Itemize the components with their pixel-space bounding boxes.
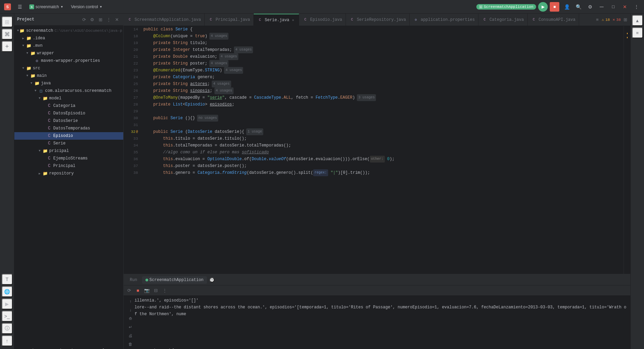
folder-icon: 📁 [30, 73, 36, 79]
panel-more-icon[interactable]: ⋮ [105, 16, 112, 23]
more-icon[interactable]: ⋮ [632, 2, 641, 12]
tab-label: SerieRepository.java [357, 17, 406, 22]
project-selector[interactable]: S screenmatch ▼ [27, 4, 66, 10]
profile-icon[interactable]: 👤 [562, 2, 572, 12]
tab-serie[interactable]: C Serie.java ✕ [254, 14, 299, 26]
tree-item-principal[interactable]: ▶ C Principal [14, 162, 123, 170]
vcs-button[interactable]: Version control ▼ [68, 4, 105, 10]
camera-icon[interactable]: 📷 [143, 287, 151, 295]
scroll-down-icon[interactable]: ↓ [126, 306, 135, 313]
filter-icon[interactable]: ⟰ [126, 315, 135, 322]
expand-editor-icon[interactable]: ⊞ [621, 16, 629, 24]
folder-icon: 📁 [42, 96, 48, 101]
bottom-tab-screenmatch[interactable]: ScreenmatchApplication [142, 276, 207, 284]
panel-sync-icon[interactable]: ⟳ [80, 16, 88, 23]
code-line-30: public Serie (){} no usages [141, 115, 624, 122]
tab-episodio[interactable]: C Episodio.java [299, 14, 346, 26]
tab-label: application.properties [421, 17, 475, 22]
tab-consumo[interactable]: C ConsumoAPI.java [528, 14, 579, 26]
folder-icon: 📁 [34, 81, 40, 86]
scroll-up-icon[interactable]: ↑ [126, 298, 135, 305]
stop-icon[interactable]: ■ [134, 287, 142, 295]
right-icon-2[interactable]: ≡ [632, 27, 643, 38]
run-button[interactable]: ▶ [538, 2, 548, 12]
tree-item-datos-serie[interactable]: ▶ C DatosSerie [14, 117, 123, 125]
tab-principal[interactable]: C Principal.java [205, 14, 254, 26]
tree-item-repository[interactable]: ▶ 📁 repository [14, 170, 123, 177]
tree-item-datos-episodio[interactable]: ▶ C DatosEpisodio [14, 110, 123, 117]
ln-36: 36 [126, 156, 138, 163]
left-icon-play[interactable]: ▶ [2, 298, 13, 309]
settings-icon[interactable]: ⚙ [585, 2, 595, 12]
more-options-icon[interactable]: ⋮ [160, 287, 169, 295]
bottom-tab-run[interactable]: Run [126, 276, 141, 284]
tree-item-model[interactable]: ▼ 📁 model [14, 95, 123, 102]
panel-expand-icon[interactable]: ⊞ [97, 16, 104, 23]
left-icon-share[interactable]: ↑ [2, 335, 13, 346]
right-icon-1[interactable]: ▲ [632, 15, 643, 26]
ln-34: 34 [126, 142, 138, 149]
left-icon-info[interactable]: ⓘ [2, 323, 13, 334]
ln-23: 23 [126, 67, 138, 74]
tree-item-pricipal[interactable]: ▼ 📁 pricipal [14, 147, 123, 155]
left-icon-font[interactable]: T [2, 274, 13, 285]
left-icon-earth[interactable]: 🌐 [2, 286, 13, 297]
fold-icon[interactable]: ⊟ [152, 287, 160, 295]
tab-label: Serie.java [265, 18, 289, 23]
tab-serie-repo[interactable]: C SerieRepository.java [346, 14, 410, 26]
maximize-button[interactable]: □ [608, 2, 618, 12]
expand-arrow: ▼ [33, 89, 38, 93]
title-bar: S ☰ S screenmatch ▼ Version control ▼ S … [0, 0, 644, 14]
tree-label: repository [49, 171, 74, 176]
trash-icon[interactable]: 🗑 [126, 340, 135, 348]
tree-item-java[interactable]: ▼ 📁 java [14, 80, 123, 87]
stop-button[interactable]: ■ [550, 2, 559, 12]
tree-label: Episodio [53, 134, 73, 138]
panel-close-icon[interactable]: ✕ [113, 16, 121, 23]
tree-item-package[interactable]: ▼ ◫ com.aluracursos.screenmatch [14, 87, 123, 95]
prop-icon: ⚙ [413, 17, 419, 23]
tab-app-props[interactable]: ⚙ application.properties [410, 14, 478, 26]
java-icon: C [303, 17, 308, 23]
tab-list-icon[interactable]: ≡ [593, 16, 601, 24]
search-icon[interactable]: 🔍 [574, 2, 583, 12]
path-label: C:\Users\ASUS\Documents\java-p [55, 29, 122, 33]
code-line-36: this.evaluacion = OptionalDouble.of(Doub… [141, 156, 624, 163]
tree-item-ejemplo-streams[interactable]: ▶ C EjemploStreams [14, 155, 123, 162]
folder-icon: 📁 [26, 66, 31, 71]
tab-categoria[interactable]: C Categoria.java [478, 14, 528, 26]
tree-item-mvn[interactable]: ▼ 📁 .mvn [14, 42, 123, 50]
left-icon-terminal[interactable]: >_ [2, 311, 13, 322]
panel-gear-icon[interactable]: ⚙ [88, 16, 96, 23]
left-icon-add[interactable]: + [2, 41, 13, 52]
tree-item-episodio[interactable]: ▶ C Episodio [14, 132, 123, 140]
tree-item-datos-temporadas[interactable]: ▶ C DatosTemporadas [14, 125, 123, 132]
tree-item-src[interactable]: ▼ 📁 src [14, 65, 123, 72]
soft-wrap-icon[interactable]: ↵ [126, 323, 135, 331]
tab-screenmatch-app[interactable]: C ScreenmatchApplication.java [124, 14, 205, 26]
close-button[interactable]: ✕ [620, 2, 630, 12]
left-icon-structure[interactable]: ⌘ [2, 29, 13, 40]
print-icon[interactable]: 🖨 [126, 332, 135, 339]
panel-actions: ⟳ ⚙ ⊞ ⋮ ✕ [80, 16, 121, 23]
tree-item-idea[interactable]: ▶ 📁 .idea [14, 34, 123, 42]
restart-icon[interactable]: ⟳ [125, 287, 133, 295]
tree-item-screenmatch[interactable]: ▼ 📁 screenmatch C:\Users\ASUS\Documents\… [14, 27, 123, 34]
code-editor[interactable]: public class Serie { @Column(unique = tr… [141, 26, 624, 274]
left-sidebar: ⊞ ⌘ + T 🌐 ▶ >_ ⓘ ↑ [0, 14, 14, 349]
ln-26: 26 [126, 87, 138, 94]
tree-item-maven-wrapper[interactable]: ▶ ⚙ maven-wrapper.properties [14, 57, 123, 65]
hamburger-icon[interactable]: ☰ [15, 2, 25, 12]
line-numbers: 14 18 19 20 21 22 23 24 25 26 27 28 29 3… [124, 26, 141, 274]
close-screenmatch-tab[interactable]: ✕ [210, 278, 214, 282]
java-icon: C [46, 118, 52, 124]
tree-item-wrapper[interactable]: ▼ 📁 wrapper [14, 50, 123, 57]
minimize-button[interactable]: ─ [597, 2, 606, 12]
tree-item-main[interactable]: ▼ 📁 main [14, 72, 123, 80]
tree-item-serie[interactable]: ▶ C Serie [14, 140, 123, 147]
tree-label: screenmatch [26, 28, 53, 33]
tree-item-categoria[interactable]: ▶ C Categoria [14, 102, 123, 110]
app-icon[interactable]: S [3, 2, 12, 12]
left-icon-grid[interactable]: ⊞ [2, 16, 13, 27]
tab-close-icon[interactable]: ✕ [291, 18, 295, 23]
